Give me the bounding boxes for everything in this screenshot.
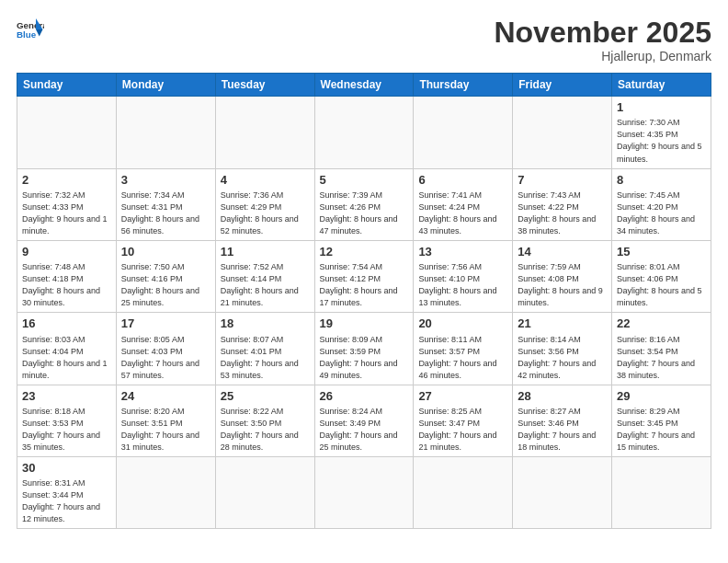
- table-row: 7Sunrise: 7:43 AM Sunset: 4:22 PM Daylig…: [513, 168, 612, 240]
- day-info: Sunrise: 7:30 AM Sunset: 4:35 PM Dayligh…: [617, 117, 706, 165]
- table-row: [513, 97, 612, 168]
- header-tuesday: Tuesday: [215, 74, 314, 97]
- logo: General Blue: [17, 17, 44, 42]
- day-number: 1: [617, 99, 706, 116]
- day-number: 19: [320, 316, 409, 332]
- day-info: Sunrise: 7:48 AM Sunset: 4:18 PM Dayligh…: [22, 261, 111, 309]
- day-number: 17: [121, 316, 210, 332]
- day-number: 24: [121, 388, 210, 405]
- table-row: [314, 457, 414, 529]
- table-row: 29Sunrise: 8:29 AM Sunset: 3:45 PM Dayli…: [612, 385, 711, 456]
- day-number: 30: [22, 460, 111, 477]
- table-row: [215, 97, 314, 168]
- day-info: Sunrise: 8:11 AM Sunset: 3:57 PM Dayligh…: [418, 334, 507, 382]
- header-monday: Monday: [116, 74, 215, 97]
- table-row: 5Sunrise: 7:39 AM Sunset: 4:26 PM Daylig…: [314, 168, 414, 240]
- table-row: 4Sunrise: 7:36 AM Sunset: 4:29 PM Daylig…: [215, 168, 314, 240]
- table-row: 27Sunrise: 8:25 AM Sunset: 3:47 PM Dayli…: [414, 385, 513, 456]
- table-row: [314, 97, 414, 168]
- day-info: Sunrise: 8:16 AM Sunset: 3:54 PM Dayligh…: [617, 334, 706, 382]
- table-row: [612, 457, 711, 529]
- table-row: 12Sunrise: 7:54 AM Sunset: 4:12 PM Dayli…: [314, 240, 414, 312]
- table-row: 21Sunrise: 8:14 AM Sunset: 3:56 PM Dayli…: [513, 313, 612, 385]
- table-row: 23Sunrise: 8:18 AM Sunset: 3:53 PM Dayli…: [17, 385, 117, 456]
- day-info: Sunrise: 7:34 AM Sunset: 4:31 PM Dayligh…: [121, 190, 210, 237]
- day-info: Sunrise: 7:50 AM Sunset: 4:16 PM Dayligh…: [121, 261, 210, 309]
- day-number: 5: [320, 172, 409, 189]
- table-row: 20Sunrise: 8:11 AM Sunset: 3:57 PM Dayli…: [414, 313, 513, 385]
- table-row: 25Sunrise: 8:22 AM Sunset: 3:50 PM Dayli…: [215, 385, 314, 456]
- day-info: Sunrise: 7:45 AM Sunset: 4:20 PM Dayligh…: [617, 190, 706, 237]
- day-info: Sunrise: 7:54 AM Sunset: 4:12 PM Dayligh…: [320, 261, 409, 309]
- day-info: Sunrise: 7:32 AM Sunset: 4:33 PM Dayligh…: [22, 190, 111, 237]
- day-info: Sunrise: 8:24 AM Sunset: 3:49 PM Dayligh…: [320, 406, 409, 454]
- header-saturday: Saturday: [612, 74, 711, 97]
- header-friday: Friday: [513, 74, 612, 97]
- day-number: 28: [518, 388, 607, 405]
- day-info: Sunrise: 8:25 AM Sunset: 3:47 PM Dayligh…: [418, 406, 507, 454]
- table-row: [414, 97, 513, 168]
- day-info: Sunrise: 7:39 AM Sunset: 4:26 PM Dayligh…: [320, 190, 409, 237]
- table-row: 14Sunrise: 7:59 AM Sunset: 4:08 PM Dayli…: [513, 240, 612, 312]
- svg-text:Blue: Blue: [17, 29, 37, 40]
- day-number: 7: [518, 172, 607, 189]
- table-row: 24Sunrise: 8:20 AM Sunset: 3:51 PM Dayli…: [116, 385, 215, 456]
- day-info: Sunrise: 8:20 AM Sunset: 3:51 PM Dayligh…: [121, 406, 210, 454]
- day-info: Sunrise: 7:59 AM Sunset: 4:08 PM Dayligh…: [518, 261, 607, 309]
- header-sunday: Sunday: [17, 74, 117, 97]
- day-number: 14: [518, 244, 607, 260]
- table-row: [215, 457, 314, 529]
- day-info: Sunrise: 8:07 AM Sunset: 4:01 PM Dayligh…: [221, 334, 310, 382]
- day-number: 10: [121, 244, 210, 260]
- day-info: Sunrise: 7:43 AM Sunset: 4:22 PM Dayligh…: [518, 190, 607, 237]
- day-number: 26: [320, 388, 409, 405]
- logo-icon: General Blue: [17, 17, 44, 42]
- table-row: 18Sunrise: 8:07 AM Sunset: 4:01 PM Dayli…: [215, 313, 314, 385]
- day-info: Sunrise: 7:52 AM Sunset: 4:14 PM Dayligh…: [221, 261, 310, 309]
- header: General Blue November 2025 Hjallerup, De…: [17, 17, 711, 63]
- table-row: 15Sunrise: 8:01 AM Sunset: 4:06 PM Dayli…: [612, 240, 711, 312]
- day-info: Sunrise: 7:36 AM Sunset: 4:29 PM Dayligh…: [221, 190, 310, 237]
- svg-marker-3: [36, 29, 43, 37]
- table-row: 22Sunrise: 8:16 AM Sunset: 3:54 PM Dayli…: [612, 313, 711, 385]
- table-row: 10Sunrise: 7:50 AM Sunset: 4:16 PM Dayli…: [116, 240, 215, 312]
- table-row: 8Sunrise: 7:45 AM Sunset: 4:20 PM Daylig…: [612, 168, 711, 240]
- day-number: 22: [617, 316, 706, 332]
- day-number: 21: [518, 316, 607, 332]
- table-row: 28Sunrise: 8:27 AM Sunset: 3:46 PM Dayli…: [513, 385, 612, 456]
- table-row: [116, 457, 215, 529]
- table-row: 30Sunrise: 8:31 AM Sunset: 3:44 PM Dayli…: [17, 457, 117, 529]
- table-row: 2Sunrise: 7:32 AM Sunset: 4:33 PM Daylig…: [17, 168, 117, 240]
- page: General Blue November 2025 Hjallerup, De…: [0, 0, 728, 563]
- table-row: 9Sunrise: 7:48 AM Sunset: 4:18 PM Daylig…: [17, 240, 117, 312]
- day-info: Sunrise: 7:56 AM Sunset: 4:10 PM Dayligh…: [418, 261, 507, 309]
- table-row: 11Sunrise: 7:52 AM Sunset: 4:14 PM Dayli…: [215, 240, 314, 312]
- day-info: Sunrise: 8:22 AM Sunset: 3:50 PM Dayligh…: [221, 406, 310, 454]
- header-wednesday: Wednesday: [314, 74, 414, 97]
- location: Hjallerup, Denmark: [494, 49, 711, 63]
- day-number: 20: [418, 316, 507, 332]
- month-title: November 2025: [494, 17, 711, 49]
- day-number: 29: [617, 388, 706, 405]
- day-number: 4: [221, 172, 310, 189]
- day-number: 12: [320, 244, 409, 260]
- calendar-header-row: Sunday Monday Tuesday Wednesday Thursday…: [17, 74, 711, 97]
- day-info: Sunrise: 8:27 AM Sunset: 3:46 PM Dayligh…: [518, 406, 607, 454]
- table-row: 3Sunrise: 7:34 AM Sunset: 4:31 PM Daylig…: [116, 168, 215, 240]
- day-info: Sunrise: 8:03 AM Sunset: 4:04 PM Dayligh…: [22, 334, 111, 382]
- table-row: 6Sunrise: 7:41 AM Sunset: 4:24 PM Daylig…: [414, 168, 513, 240]
- table-row: 19Sunrise: 8:09 AM Sunset: 3:59 PM Dayli…: [314, 313, 414, 385]
- day-info: Sunrise: 8:18 AM Sunset: 3:53 PM Dayligh…: [22, 406, 111, 454]
- day-info: Sunrise: 8:14 AM Sunset: 3:56 PM Dayligh…: [518, 334, 607, 382]
- day-number: 11: [221, 244, 310, 260]
- day-number: 18: [221, 316, 310, 332]
- table-row: [414, 457, 513, 529]
- day-info: Sunrise: 8:31 AM Sunset: 3:44 PM Dayligh…: [22, 477, 111, 525]
- table-row: 13Sunrise: 7:56 AM Sunset: 4:10 PM Dayli…: [414, 240, 513, 312]
- day-number: 8: [617, 172, 706, 189]
- table-row: 26Sunrise: 8:24 AM Sunset: 3:49 PM Dayli…: [314, 385, 414, 456]
- day-number: 15: [617, 244, 706, 260]
- table-row: 17Sunrise: 8:05 AM Sunset: 4:03 PM Dayli…: [116, 313, 215, 385]
- day-number: 9: [22, 244, 111, 260]
- day-info: Sunrise: 7:41 AM Sunset: 4:24 PM Dayligh…: [418, 190, 507, 237]
